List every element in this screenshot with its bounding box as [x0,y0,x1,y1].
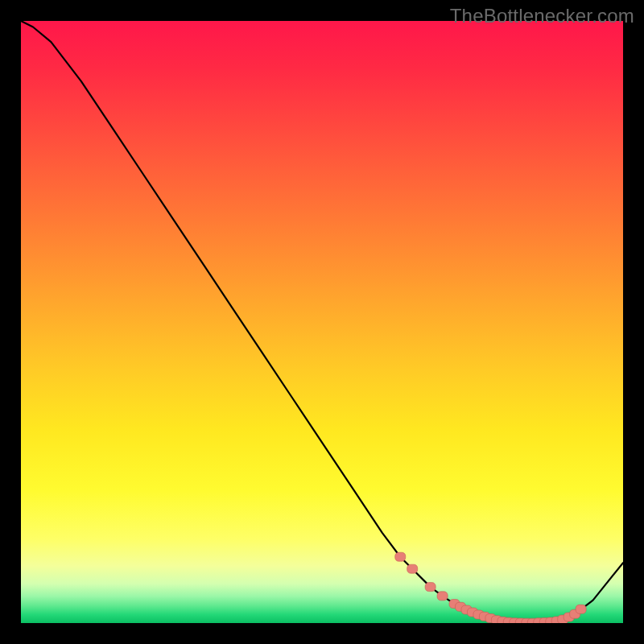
curve-markers [395,552,586,623]
chart-svg [21,21,623,623]
watermark-label: TheBottlenecker.com [450,5,634,27]
svg-rect-1 [395,552,406,561]
svg-rect-3 [425,583,436,592]
svg-rect-2 [407,564,418,573]
plot-area [21,21,623,623]
svg-rect-26 [576,605,586,613]
chart-stage: TheBottlenecker.com [0,0,644,644]
curve-line [21,21,623,623]
svg-rect-4 [437,592,448,601]
